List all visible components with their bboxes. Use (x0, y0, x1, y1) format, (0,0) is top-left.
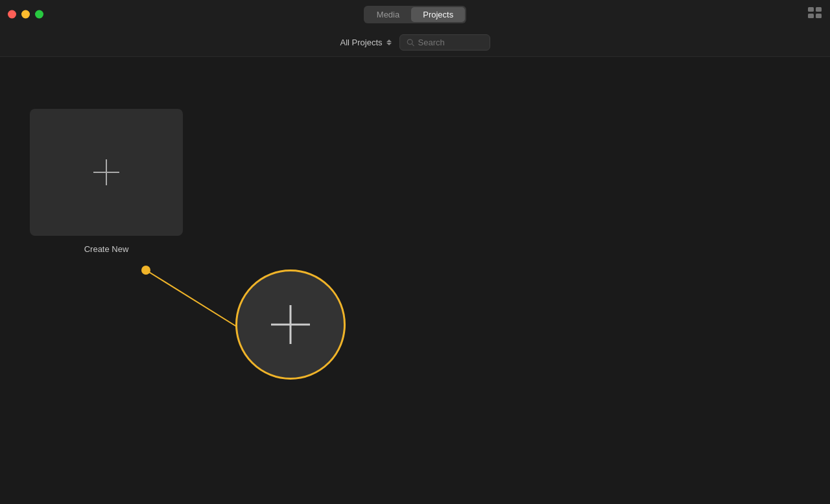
svg-line-5 (412, 44, 414, 46)
svg-rect-1 (816, 7, 822, 12)
search-box[interactable] (399, 34, 490, 51)
tab-group: Media Projects (364, 6, 466, 23)
zoom-circle (235, 269, 346, 380)
svg-rect-3 (816, 14, 822, 18)
close-button[interactable] (8, 10, 16, 19)
window-controls[interactable] (808, 7, 822, 21)
layout-grid-icon[interactable] (808, 7, 822, 19)
create-new-label: Create New (84, 244, 129, 254)
create-new-card[interactable]: Create New (30, 109, 183, 236)
main-content: Create New (0, 57, 830, 504)
svg-rect-0 (808, 7, 814, 12)
minimize-button[interactable] (21, 10, 30, 19)
zoom-plus-icon (271, 305, 310, 344)
search-icon (407, 38, 414, 47)
annotation-dot (141, 266, 150, 275)
traffic-lights (8, 10, 43, 19)
svg-line-6 (146, 270, 239, 328)
tab-media[interactable]: Media (365, 7, 411, 22)
title-bar: Media Projects (0, 0, 830, 29)
dropdown-arrows-icon (386, 40, 392, 45)
plus-icon (93, 159, 119, 185)
zoom-plus-vertical (290, 305, 292, 344)
svg-rect-2 (808, 14, 814, 18)
plus-vertical (106, 159, 107, 185)
all-projects-dropdown[interactable]: All Projects (340, 38, 391, 47)
search-input[interactable] (418, 38, 483, 47)
maximize-button[interactable] (35, 10, 43, 19)
toolbar: All Projects (0, 29, 830, 57)
tab-projects[interactable]: Projects (411, 7, 465, 22)
all-projects-label: All Projects (340, 38, 382, 47)
